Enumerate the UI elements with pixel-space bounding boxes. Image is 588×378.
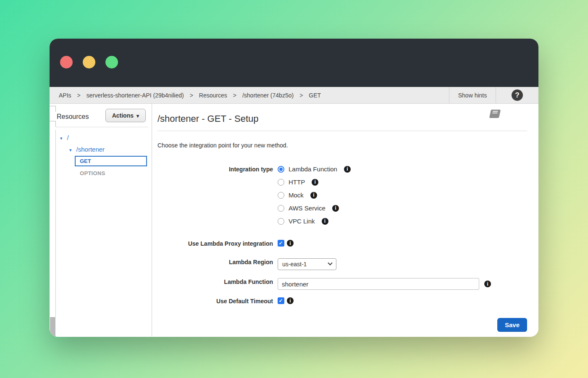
left-panel-edge (50, 104, 56, 336)
cropped-panel-corner (50, 121, 56, 127)
tree-method-options[interactable]: OPTIONS (80, 170, 152, 176)
radio-unchecked-icon[interactable] (278, 218, 284, 225)
resource-tree: / /shortener GET OPTIONS (56, 134, 152, 176)
zoom-button[interactable] (105, 56, 118, 68)
radio-checked-icon[interactable] (278, 166, 284, 173)
default-timeout-checkbox-checked[interactable] (278, 297, 284, 304)
breadcrumb-separator: > (190, 92, 193, 99)
tree-node-shortener-label: /shortener (76, 146, 105, 153)
breadcrumb: APIs > serverless-shortener-API (29b4nil… (50, 87, 449, 103)
lambda-proxy-row: Use Lambda Proxy integration (158, 240, 527, 247)
book-icon-shape (489, 110, 501, 118)
breadcrumb-separator: > (233, 92, 236, 99)
tree-node-root-label: / (67, 134, 69, 141)
info-icon[interactable] (287, 240, 294, 247)
actions-button-label: Actions (112, 112, 134, 119)
breadcrumb-separator: > (77, 92, 81, 99)
lambda-region-label: Lambda Region (158, 258, 273, 265)
actions-button[interactable]: Actions (105, 109, 146, 122)
tree-method-get-selected[interactable]: GET (75, 156, 147, 166)
cropped-panel-corner (50, 106, 56, 112)
setup-header: /shortener - GET - Setup (158, 113, 527, 131)
help-area (496, 87, 538, 103)
close-button[interactable] (60, 56, 73, 68)
info-icon[interactable] (287, 297, 294, 304)
tree-node-shortener[interactable]: /shortener (69, 146, 152, 153)
window-titlebar (50, 39, 538, 87)
integration-type-options: Lambda Function HTTP Mock (278, 165, 351, 225)
info-icon[interactable] (484, 281, 491, 287)
lambda-proxy-label: Use Lambda Proxy integration (158, 240, 273, 247)
tree-node-root[interactable]: / (60, 134, 152, 141)
app-window: APIs > serverless-shortener-API (29b4nil… (50, 39, 538, 337)
radio-unchecked-icon[interactable] (278, 179, 284, 186)
lambda-function-row: Lambda Function (158, 278, 527, 290)
breadcrumb-item-method[interactable]: GET (309, 92, 321, 99)
minimize-button[interactable] (83, 56, 95, 68)
radio-option-http[interactable]: HTTP (278, 178, 351, 186)
info-icon[interactable] (322, 218, 328, 225)
lambda-proxy-checkbox-checked[interactable] (278, 240, 284, 247)
radio-option-lambda-function[interactable]: Lambda Function (278, 165, 351, 173)
lambda-region-selected-value: us-east-1 (282, 261, 307, 268)
default-timeout-label: Use Default Timeout (158, 297, 273, 304)
integration-type-label: Integration type (158, 165, 273, 173)
radio-label: Mock (289, 192, 304, 199)
tree-expand-icon[interactable] (60, 134, 63, 141)
save-row: Save (158, 318, 527, 332)
help-icon[interactable] (512, 89, 523, 101)
lambda-region-select[interactable]: us-east-1 (278, 258, 336, 270)
lambda-function-label: Lambda Function (158, 278, 273, 285)
radio-label: VPC Link (289, 218, 315, 225)
save-button[interactable]: Save (497, 318, 527, 332)
show-hints-button[interactable]: Show hints (449, 87, 496, 103)
sidebar-header: Resources Actions (56, 104, 148, 127)
info-icon[interactable] (344, 166, 351, 173)
tree-expand-icon[interactable] (69, 146, 72, 153)
radio-option-mock[interactable]: Mock (278, 192, 351, 199)
chevron-down-icon (328, 261, 332, 265)
info-icon[interactable] (332, 205, 339, 212)
sidebar-title: Resources (57, 113, 89, 121)
page-title: /shortener - GET - Setup (158, 113, 527, 124)
breadcrumb-separator: > (299, 92, 303, 99)
breadcrumb-item-resources[interactable]: Resources (199, 92, 227, 99)
radio-unchecked-icon[interactable] (278, 205, 284, 212)
default-timeout-row: Use Default Timeout (158, 297, 527, 304)
breadcrumb-bar: APIs > serverless-shortener-API (29b4nil… (50, 87, 538, 104)
setup-form: Integration type Lambda Function HTTP (158, 165, 527, 332)
resources-sidebar: Resources Actions / /shortener GET OPTIO… (56, 104, 152, 336)
radio-option-vpc-link[interactable]: VPC Link (278, 218, 351, 225)
radio-option-aws-service[interactable]: AWS Service (278, 205, 351, 212)
chevron-down-icon (136, 112, 139, 119)
breadcrumb-item-apis[interactable]: APIs (59, 92, 71, 99)
lambda-function-input[interactable] (278, 278, 479, 290)
breadcrumb-item-api-name[interactable]: serverless-shortener-API (29b4nilied) (87, 92, 184, 99)
info-icon[interactable] (310, 192, 317, 199)
setup-description: Choose the integration point for your ne… (158, 142, 527, 149)
radio-label: HTTP (289, 178, 305, 186)
integration-type-row: Integration type Lambda Function HTTP (158, 165, 527, 225)
lambda-region-row: Lambda Region us-east-1 (158, 258, 527, 270)
method-setup-panel: /shortener - GET - Setup Choose the inte… (152, 104, 538, 336)
content-area: Resources Actions / /shortener GET OPTIO… (50, 104, 538, 336)
scrollbar-thumb[interactable] (50, 317, 55, 336)
info-icon[interactable] (312, 179, 318, 186)
documentation-book-icon[interactable] (490, 110, 500, 118)
radio-label: AWS Service (289, 205, 326, 212)
radio-label: Lambda Function (289, 165, 337, 173)
radio-unchecked-icon[interactable] (278, 192, 284, 199)
breadcrumb-item-resource-path[interactable]: /shortener (74bz5o) (242, 92, 294, 99)
